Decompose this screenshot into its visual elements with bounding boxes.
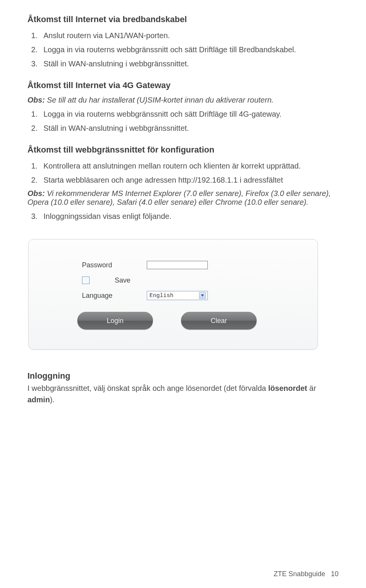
footer-page: 10 [331,570,339,578]
language-select[interactable]: English [147,291,208,300]
section-webui-title: Åtkomst till webbgränssnittet för konfig… [27,145,343,155]
chevron-down-icon [199,292,206,299]
password-row: Password [82,259,318,271]
login-panel: Password Save Language English Login Cle… [28,239,318,350]
list-item: Logga in via routerns webbgränssnitt och… [40,108,343,120]
section-broadband-list: Anslut routern via LAN1/WAN-porten. Logg… [27,30,343,70]
save-checkbox[interactable] [82,276,90,284]
obs-text: Vi rekommenderar MS Internet Explorer (7… [27,189,331,206]
clear-button[interactable]: Clear [181,312,257,329]
section-4g-obs: Obs: Se till att du har installerat (U)S… [27,96,343,104]
text-bold: lösenordet [268,384,307,392]
save-row: Save [82,275,318,286]
page-footer: ZTE Snabbguide 10 [274,570,339,578]
footer-label: ZTE Snabbguide [274,570,325,578]
section-4g-title: Åtkomst till Internet via 4G Gateway [27,80,343,90]
list-item: Inloggningssidan visas enligt följande. [40,210,343,222]
list-item: Kontrollera att anslutningen mellan rout… [40,160,343,172]
text-part: är [307,384,316,392]
inloggning-text: I webbgränssnittet, välj önskat språk oc… [27,382,343,405]
text-bold: admin [27,395,50,404]
login-button[interactable]: Login [77,312,153,329]
text-part: I webbgränssnittet, välj önskat språk oc… [27,384,268,392]
list-item: Logga in via routerns webbgränssnitt och… [40,44,343,56]
obs-text: Se till att du har installerat (U)SIM-ko… [45,96,274,104]
section-webui-obs: Obs: Vi rekommenderar MS Internet Explor… [27,189,343,207]
section-webui-list-post: Inloggningssidan visas enligt följande. [27,210,343,222]
password-label: Password [82,261,147,269]
language-value: English [149,292,173,299]
text-part: ). [50,395,55,404]
list-item: Anslut routern via LAN1/WAN-porten. [40,30,343,42]
obs-prefix: Obs: [27,189,45,198]
list-item: Ställ in WAN-anslutning i webbgränssnitt… [40,122,343,134]
password-input[interactable] [147,261,208,269]
language-row: Language English [82,290,318,301]
list-item: Ställ in WAN-anslutning i webbgränssnitt… [40,58,343,70]
language-label: Language [82,292,147,300]
section-broadband-title: Åtkomst till Internet via bredbandskabel [27,14,343,24]
svg-marker-0 [201,294,204,297]
section-inloggning: Inloggning I webbgränssnittet, välj önsk… [27,371,343,405]
section-webui-list-pre: Kontrollera att anslutningen mellan rout… [27,160,343,186]
inloggning-title: Inloggning [27,371,343,381]
section-4g-list: Logga in via routerns webbgränssnitt och… [27,108,343,134]
obs-prefix: Obs: [27,96,45,104]
list-item: Starta webbläsaren och ange adressen htt… [40,174,343,186]
button-row: Login Clear [77,312,318,329]
save-label: Save [115,276,130,284]
